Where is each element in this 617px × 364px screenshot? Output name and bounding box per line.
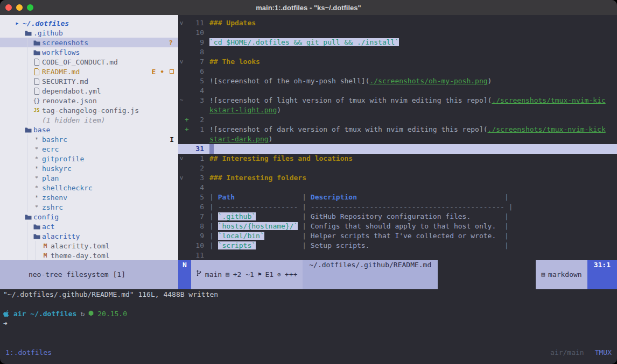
tree-item-zshenv[interactable]: *zshenv (0, 192, 178, 202)
shell-pane[interactable]: air ~/.dotfiles ↻ 20.15.0 ➜ (0, 300, 617, 345)
fold-marker (178, 67, 185, 76)
line-text: ### Interesting folders (209, 173, 306, 183)
line-text: ![screenshot of light version of tmux wi… (209, 96, 606, 105)
editor-line[interactable]: 10 (178, 28, 617, 38)
titlebar[interactable]: main:1:.dotfiles - "ks~/.dotfiles" (0, 0, 617, 15)
indent-guide (27, 76, 27, 86)
editor-line[interactable]: 4 (178, 183, 617, 192)
tree-item-zshrc[interactable]: *zshrc (0, 202, 178, 212)
tree-item-dependabot.yml[interactable]: dependabot.yml (0, 86, 178, 96)
git-diff: +2 ~1 (233, 270, 254, 280)
editor-line[interactable]: +1![screenshot of dark version of tmux w… (178, 125, 617, 134)
line-number (190, 105, 204, 115)
segment-l: ./screenshots/tmux-nvim-kick (488, 125, 606, 133)
fold-marker (178, 115, 185, 125)
line-number: 4 (190, 86, 204, 96)
tree-item-huskyrc[interactable]: *huskyrc (0, 163, 178, 173)
editor-line[interactable]: 11 (178, 251, 617, 260)
tmux-window-tab[interactable]: 1:.dotfiles (5, 348, 52, 356)
tree-item-security.md[interactable]: SECURITY.md (0, 76, 178, 86)
prompt-line: air ~/.dotfiles ↻ 20.15.0 (3, 309, 617, 318)
editor-line[interactable]: v3### Interesting folders (178, 173, 617, 183)
tree-item-bashrc[interactable]: *bashrcI (0, 134, 178, 144)
editor-line[interactable]: 6| ------------------- | ---------------… (178, 202, 617, 212)
tree-item-plan[interactable]: *plan (0, 173, 178, 183)
fold-marker[interactable]: ~ (178, 96, 185, 105)
tree-item-gitprofile[interactable]: *gitprofile (0, 154, 178, 163)
editor-line[interactable]: 5| Path | Description | (178, 192, 617, 202)
tree-item-act[interactable]: act (0, 222, 178, 231)
editor-line[interactable]: 10| `scripts` | Setup scripts. | (178, 241, 617, 251)
editor-line[interactable]: v7## The looks (178, 57, 617, 67)
git-status-badge: E • (152, 68, 164, 76)
indent-guide (27, 86, 27, 96)
minimize-button[interactable] (16, 4, 23, 11)
editor-panel[interactable]: v11### Updates109`cd $HOME/.dotfiles && … (178, 15, 617, 260)
line-text: | `hosts/{hostname}/` | Configs that sho… (209, 222, 509, 231)
indent-guide (27, 96, 27, 105)
segment-p: | (504, 241, 509, 249)
editor-line[interactable]: kstart-light.png) (178, 105, 617, 115)
prompt-input-line[interactable]: ➜ (3, 318, 617, 328)
editor-line[interactable]: 8| `hosts/{hostname}/` | Configs that sh… (178, 222, 617, 231)
statusline-filetype-segment: ▤ markdown (536, 260, 587, 289)
line-number: 5 (190, 76, 204, 86)
editor-line[interactable]: 7| `.github` | GitHub Repository configu… (178, 212, 617, 222)
fold-marker (178, 231, 185, 241)
zoom-button[interactable] (27, 4, 33, 11)
editor-line[interactable]: 4 (178, 86, 617, 96)
fold-marker[interactable]: v (178, 173, 185, 183)
tree-item-base[interactable]: base (0, 125, 178, 134)
tree-item-readme.md[interactable]: README.mdE • (0, 67, 178, 76)
git-sign (185, 67, 190, 76)
editor-line[interactable]: 5![screenshot of the oh-my-posh shell](.… (178, 76, 617, 86)
editor-line[interactable]: v1## Interesting files and locations (178, 154, 617, 163)
folder-icon (25, 214, 32, 220)
line-number: 3 (190, 173, 204, 183)
tree-item-label: (1 hidden item) (41, 116, 105, 124)
expand-arrow-icon[interactable]: ▶ (16, 21, 19, 26)
diagnostics-count: E1 (265, 270, 274, 280)
editor-line[interactable]: 9`cd $HOME/.dotfiles && git pull && ./in… (178, 38, 617, 47)
tree-item-ecrc[interactable]: *ecrc (0, 144, 178, 154)
editor-line[interactable]: 9| `local/bin` | Helper scripts that I'v… (178, 231, 617, 241)
segment-p: | (504, 193, 509, 201)
diagnostics-icon: ⚑ (258, 270, 262, 280)
tree-item-shellcheckrc[interactable]: *shellcheckrc (0, 183, 178, 192)
editor-line[interactable]: start-dark.png) (178, 134, 617, 144)
tree-item-alacritty[interactable]: alacritty (0, 231, 178, 241)
tree-item-config[interactable]: config (0, 212, 178, 222)
line-text (209, 144, 214, 154)
neotree-panel[interactable]: ▶~/.dotfiles.githubscreenshots?workflows… (0, 15, 178, 260)
tree-item-renovate.json[interactable]: {}renovate.json (0, 96, 178, 105)
editor-line[interactable]: v11### Updates (178, 18, 617, 28)
window-controls (5, 4, 33, 11)
segment-th: Path (218, 193, 235, 201)
fold-marker[interactable]: v (178, 154, 185, 163)
editor-line[interactable]: +2 (178, 115, 617, 125)
tree-item-screenshots[interactable]: screenshots? (0, 38, 178, 47)
tree-item-~-.dotfiles[interactable]: ▶~/.dotfiles (0, 18, 178, 28)
fold-marker[interactable]: v (178, 57, 185, 67)
tree-item-workflows[interactable]: workflows (0, 47, 178, 57)
tree-item-label: .github (32, 29, 63, 37)
editor-line[interactable]: 6 (178, 67, 617, 76)
fold-marker[interactable]: v (178, 18, 185, 28)
indent-guide (27, 231, 27, 241)
tree-item-code_of_conduct.md[interactable]: CODE_OF_CONDUCT.md (0, 57, 178, 67)
editor-line[interactable]: 2 (178, 163, 617, 173)
tree-item-theme-day.toml[interactable]: Mtheme-day.toml (0, 251, 178, 260)
editor-cursor-line[interactable]: 31 (178, 144, 617, 154)
line-text: ## The looks (209, 57, 260, 67)
js-icon: JS (34, 108, 40, 113)
tree-item-tag-changelog-config.js[interactable]: JStag-changelog-config.js (0, 105, 178, 115)
tree-item--1-hidden-item-[interactable]: (1 hidden item) (0, 115, 178, 125)
editor-line[interactable]: ~3![screenshot of light version of tmux … (178, 96, 617, 105)
tree-item-.github[interactable]: .github (0, 28, 178, 38)
tree-item-label: alacritty (41, 232, 80, 240)
editor-line[interactable]: 8 (178, 47, 617, 57)
tree-item-alacritty.toml[interactable]: Malacritty.toml (0, 241, 178, 251)
markdown-file-icon (34, 68, 40, 75)
segment-t: ) (488, 77, 492, 85)
close-button[interactable] (5, 4, 12, 11)
